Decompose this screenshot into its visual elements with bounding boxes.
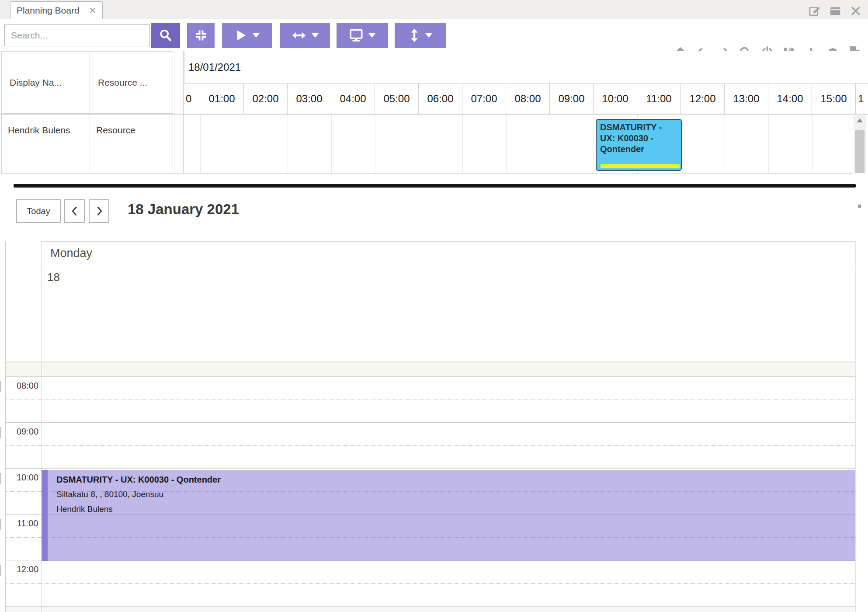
compress-icon (194, 29, 208, 42)
chevron-right-icon (94, 205, 104, 217)
date-label: 18/01/2021 (188, 61, 241, 73)
tab-close-icon[interactable]: × (89, 6, 96, 15)
hour-label: 09:00 (12, 427, 43, 437)
resource-cell-type: Resource (90, 115, 173, 173)
compress-button[interactable] (187, 23, 215, 48)
close-icon[interactable] (848, 3, 863, 18)
next-day-button[interactable] (89, 199, 109, 223)
resource-cell-display-name: Hendrik Bulens (1, 115, 90, 173)
row-divider (1, 173, 853, 174)
monitor-icon (349, 28, 363, 42)
magnifier-icon (159, 28, 173, 42)
today-button[interactable]: Today (16, 199, 61, 223)
time-tick: 01:00 (200, 83, 244, 114)
event-progress-bar (601, 164, 680, 168)
half-hour-line (6, 583, 855, 584)
scrollbar-thumb[interactable] (855, 130, 865, 173)
column-header-label: Resource ... (98, 77, 147, 88)
hour-label: 12:00 (12, 564, 43, 574)
collapsed-hours-band (6, 362, 855, 376)
prev-day-button[interactable] (64, 199, 85, 223)
screen-fit-button[interactable] (337, 23, 388, 48)
time-tick: 1 (856, 83, 868, 114)
scrollbar-up-icon[interactable] (857, 118, 863, 122)
time-tick: 10:00 (594, 83, 637, 114)
event-address: Siltakatu 8, , 80100, Joensuu (56, 490, 221, 499)
time-tick: 07:00 (462, 83, 506, 114)
resource-display-name: Hendrik Bulens (8, 125, 70, 135)
time-tick: 03:00 (288, 83, 331, 114)
arrows-horizontal-icon (292, 30, 306, 41)
play-button[interactable] (222, 23, 272, 48)
main-toolbar (0, 19, 868, 51)
ruler-tick (0, 565, 1, 576)
time-tick: 11:00 (637, 83, 681, 114)
pane-splitter[interactable] (14, 184, 856, 188)
event-text: DSMATURITY - UX: K00030 - Qontender Silt… (56, 475, 221, 519)
search-button[interactable] (151, 23, 180, 48)
search-input[interactable] (4, 24, 150, 46)
time-tick: 14:00 (768, 83, 812, 114)
chevron-down-icon (312, 33, 319, 38)
tab-title: Planning Board (17, 5, 86, 16)
time-tick: 06:00 (419, 83, 462, 114)
day-column-header: Monday (42, 241, 855, 265)
grid-splitter[interactable] (183, 51, 184, 173)
time-tick: 09:00 (550, 83, 594, 114)
resource-type: Resource (96, 125, 135, 135)
time-tick: 15:00 (812, 83, 856, 114)
horizontal-fit-button[interactable] (280, 23, 330, 48)
column-header-label: Display Na... (10, 77, 62, 88)
splitter-handle-dot (858, 205, 861, 208)
scheduler-scrollbar[interactable] (854, 115, 866, 173)
chevron-down-icon (368, 33, 375, 38)
edit-icon[interactable] (807, 3, 822, 18)
time-tick: 08:00 (506, 83, 550, 114)
ruler-tick (0, 381, 1, 392)
column-header-resource[interactable]: Resource ... (90, 51, 173, 114)
tab-bar: Planning Board × (0, 0, 868, 19)
time-tick: 02:00 (244, 83, 288, 114)
hour-row-12[interactable]: 12:00 (6, 560, 855, 606)
column-header-display-name[interactable]: Display Na... (1, 51, 90, 114)
half-hour-line (6, 445, 855, 446)
chevron-down-icon (425, 33, 432, 38)
next-section-band (6, 606, 855, 612)
tab-planning-board[interactable]: Planning Board × (10, 1, 103, 19)
day-number-label: 18 (47, 271, 60, 284)
hour-row-08[interactable]: 08:00 (6, 376, 855, 422)
ruler-tick (0, 427, 1, 438)
time-tick: 05:00 (375, 83, 419, 114)
day-view-title: 18 January 2021 (128, 201, 239, 218)
hour-label: 10:00 (12, 473, 43, 483)
ruler-tick (0, 473, 1, 484)
event-title: DSMATURITY - UX: K00030 - Qontender (56, 475, 221, 485)
event-accent-bar (42, 470, 48, 561)
chevron-left-icon (70, 205, 80, 217)
day-column-right-border (855, 241, 856, 612)
hour-label: 08:00 (12, 381, 43, 391)
scheduler-event-title: DSMATURITY - UX: K00030 - Qontender (600, 122, 662, 154)
day-name-label: Monday (50, 247, 92, 260)
timeline-row-grid[interactable] (200, 115, 868, 173)
scheduler-pane: Display Na... Resource ... Hendrik Bulen… (0, 51, 868, 174)
half-hour-line (6, 400, 855, 400)
timeline-date-header: 18/01/2021 (184, 51, 868, 83)
scheduler-event[interactable]: DSMATURITY - UX: K00030 - Qontender (596, 119, 682, 171)
planning-board-window: Planning Board × (0, 0, 868, 612)
time-tick: 0 (184, 83, 200, 114)
time-tick: 13:00 (725, 83, 768, 114)
chevron-down-icon (253, 33, 260, 38)
today-label: Today (27, 206, 50, 216)
time-tick: 12:00 (681, 83, 725, 114)
hour-row-09[interactable]: 09:00 (6, 422, 855, 468)
day-view-event[interactable]: DSMATURITY - UX: K00030 - Qontender Silt… (42, 470, 855, 561)
window-icon[interactable] (828, 3, 842, 18)
arrows-vertical-icon (409, 28, 420, 43)
vertical-fit-button[interactable] (395, 23, 446, 48)
all-day-cell[interactable]: 18 (42, 265, 855, 362)
grid-splitter-line (174, 51, 174, 173)
ruler-tick (0, 519, 1, 530)
window-controls (807, 3, 863, 18)
time-tick: 04:00 (331, 83, 375, 114)
